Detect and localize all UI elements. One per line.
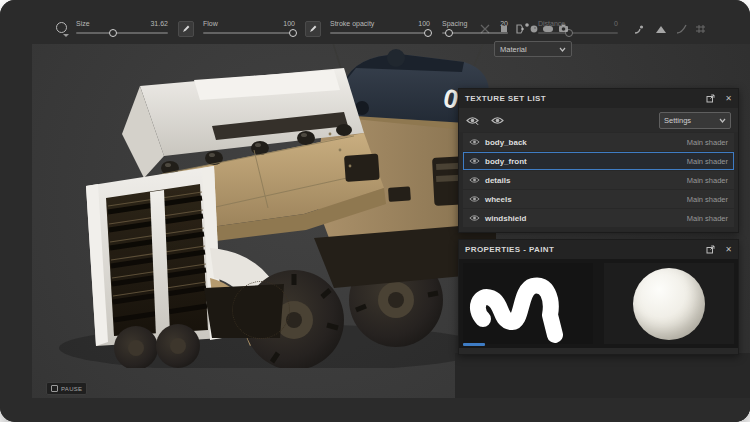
stroke-opacity-value: 100 [418, 20, 430, 28]
show-all-eye-icon[interactable] [466, 116, 479, 125]
spacing-label: Spacing [442, 20, 467, 28]
spacing-slider[interactable]: Spacing 20 [442, 20, 508, 34]
detach-panel-icon[interactable] [706, 94, 715, 103]
brush-icon [182, 25, 190, 33]
capsule-shape-icon[interactable] [542, 25, 554, 33]
material-mode-select[interactable]: Material [494, 41, 572, 57]
texture-set-name: details [485, 176, 687, 185]
size-slider[interactable]: Size 31.62 [76, 20, 168, 34]
properties-content [459, 259, 738, 348]
texture-set-row-details[interactable]: details Main shader [463, 171, 734, 189]
texture-set-shader[interactable]: Main shader [687, 176, 728, 185]
visibility-eye-icon[interactable] [469, 214, 480, 222]
material-sphere-preview [633, 268, 705, 340]
texture-set-list-title: TEXTURE SET LIST [465, 94, 696, 103]
brush-toolbar: Size 31.62 Flow 100 Stroke opacity 100 S… [0, 0, 750, 44]
brush-tip-caret-icon[interactable] [63, 34, 69, 37]
cylinder-shape-icon[interactable] [515, 24, 525, 34]
properties-paint-panel: PROPERTIES - PAINT ✕ [458, 239, 739, 355]
pause-label: PAUSE [61, 386, 82, 392]
scroll-indicator[interactable] [463, 343, 485, 346]
brush-stroke-preview[interactable] [463, 263, 593, 344]
close-panel-icon[interactable]: ✕ [725, 95, 732, 103]
properties-panel-title: PROPERTIES - PAINT [465, 245, 696, 254]
pause-icon [51, 385, 58, 392]
camera-icon[interactable] [558, 24, 569, 33]
texture-set-shader[interactable]: Main shader [687, 157, 728, 166]
texture-set-toolbar: Settings [459, 108, 738, 132]
flow-value: 100 [283, 20, 295, 28]
spacing-knob[interactable] [445, 29, 453, 37]
lazy-mouse-icon[interactable] [634, 24, 645, 35]
texture-set-rows: body_back Main shader body_front Main sh… [459, 132, 738, 227]
texture-set-name: wheels [485, 195, 687, 204]
detach-panel-icon[interactable] [706, 245, 715, 254]
grid-snap-icon[interactable] [695, 24, 706, 34]
visibility-eye-icon[interactable] [469, 176, 480, 184]
falloff-icon[interactable] [676, 24, 687, 34]
chevron-down-icon [559, 47, 566, 52]
sphere-shape-icon[interactable] [529, 24, 539, 34]
pause-engine-button[interactable]: PAUSE [46, 382, 87, 395]
texture-set-list-panel: TEXTURE SET LIST ✕ Settings body_back Ma… [458, 88, 739, 233]
stroke-preset-button[interactable] [305, 21, 321, 37]
material-mode-label: Material [500, 45, 527, 54]
settings-dropdown[interactable]: Settings [659, 112, 731, 129]
flow-slider[interactable]: Flow 100 [203, 20, 295, 34]
material-preview-tile[interactable] [604, 263, 734, 344]
size-label: Size [76, 20, 90, 28]
texture-set-row-body-front[interactable]: body_front Main shader [463, 152, 734, 170]
cursor-tool-icon[interactable] [480, 24, 490, 34]
solo-eye-icon[interactable] [491, 116, 504, 125]
symmetry-icon[interactable] [655, 24, 667, 34]
texture-set-shader[interactable]: Main shader [687, 214, 728, 223]
brush-preset-button[interactable] [178, 21, 194, 37]
texture-set-name: body_front [485, 157, 687, 166]
texture-set-list-header[interactable]: TEXTURE SET LIST ✕ [459, 89, 738, 108]
properties-panel-header[interactable]: PROPERTIES - PAINT ✕ [459, 240, 738, 259]
visibility-eye-icon[interactable] [469, 138, 480, 146]
flow-knob[interactable] [289, 29, 297, 37]
settings-dropdown-label: Settings [664, 116, 691, 125]
stroke-opacity-label: Stroke opacity [330, 20, 374, 28]
size-knob[interactable] [109, 29, 117, 37]
pencil-icon [309, 25, 317, 33]
visibility-eye-icon[interactable] [469, 157, 480, 165]
texture-set-shader[interactable]: Main shader [687, 195, 728, 204]
texture-set-name: windshield [485, 214, 687, 223]
distance-value: 0 [614, 20, 618, 28]
texture-set-shader[interactable]: Main shader [687, 138, 728, 147]
brush-cursor [232, 281, 290, 339]
plane-shape-icon[interactable] [500, 25, 508, 33]
brush-tip-icon[interactable] [56, 22, 67, 33]
texture-set-row-wheels[interactable]: wheels Main shader [463, 190, 734, 208]
visibility-eye-icon[interactable] [469, 195, 480, 203]
texture-set-name: body_back [485, 138, 687, 147]
chevron-down-icon [719, 118, 726, 123]
app-window: 07 [0, 0, 750, 422]
close-panel-icon[interactable]: ✕ [725, 246, 732, 254]
texture-set-row-windshield[interactable]: windshield Main shader [463, 209, 734, 227]
texture-set-row-body-back[interactable]: body_back Main shader [463, 133, 734, 151]
stroke-opacity-slider[interactable]: Stroke opacity 100 [330, 20, 430, 34]
size-value: 31.62 [150, 20, 168, 28]
bottom-chrome [0, 398, 750, 422]
stroke-opacity-knob[interactable] [424, 29, 432, 37]
flow-label: Flow [203, 20, 218, 28]
